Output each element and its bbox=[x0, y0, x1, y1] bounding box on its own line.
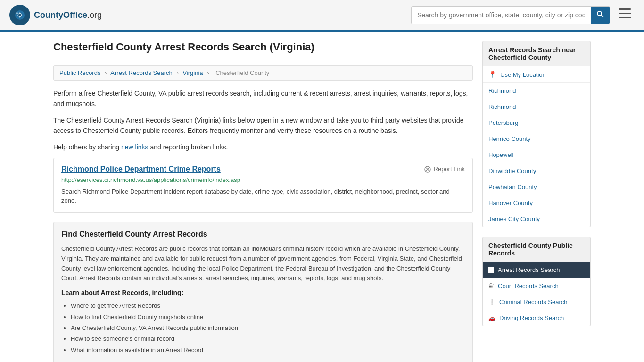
search-input[interactable] bbox=[412, 7, 591, 24]
header: CountyOffice.org bbox=[0, 0, 644, 32]
svg-point-4 bbox=[597, 11, 602, 16]
main-container: Chesterfield County Arrest Records Searc… bbox=[44, 32, 600, 362]
car-icon: 🚗 bbox=[488, 315, 495, 321]
sidebar-item-hanover[interactable]: Hanover County bbox=[483, 195, 590, 211]
list-item: What information is available in an Arre… bbox=[71, 345, 465, 355]
sidebar-public-records-list: Arrest Records Search 🏛 Court Records Se… bbox=[482, 262, 591, 326]
sidebar-item-henrico[interactable]: Henrico County bbox=[483, 131, 590, 147]
link-card-url[interactable]: http://eservices.ci.richmond.va.us/appli… bbox=[61, 176, 465, 183]
search-button[interactable] bbox=[591, 7, 610, 24]
sidebar: Arrest Records Search near Chesterfield … bbox=[482, 41, 591, 362]
breadcrumb-virginia[interactable]: Virginia bbox=[182, 69, 203, 76]
intro-paragraph-3: Help others by sharing new links and rep… bbox=[53, 142, 473, 152]
breadcrumb-arrest-records[interactable]: Arrest Records Search bbox=[110, 69, 173, 76]
learn-heading: Learn about Arrest Records, including: bbox=[61, 289, 465, 296]
link-card-title[interactable]: Richmond Police Department Crime Reports bbox=[61, 165, 221, 173]
link-card: Richmond Police Department Crime Reports… bbox=[53, 158, 473, 213]
sidebar-item-richmond-1[interactable]: Richmond bbox=[483, 83, 590, 99]
pin-icon: 📍 bbox=[488, 71, 496, 78]
search-bar bbox=[411, 6, 610, 24]
svg-point-3 bbox=[16, 12, 18, 14]
link-card-header: Richmond Police Department Crime Reports… bbox=[61, 165, 465, 173]
logo-icon bbox=[9, 5, 30, 25]
sidebar-item-arrest-records[interactable]: Arrest Records Search bbox=[483, 262, 590, 278]
warning-icon: ❕ bbox=[488, 299, 495, 305]
logo-area: CountyOffice.org bbox=[9, 5, 102, 25]
sidebar-item-court-records[interactable]: 🏛 Court Records Search bbox=[483, 278, 590, 294]
sidebar-nearby-list: 📍 Use My Location Richmond Richmond Pete… bbox=[482, 66, 591, 227]
page-title: Chesterfield County Arrest Records Searc… bbox=[53, 41, 473, 58]
svg-rect-6 bbox=[619, 8, 631, 10]
svg-line-5 bbox=[601, 15, 603, 17]
list-item: Are Chesterfield County, VA Arrest Recor… bbox=[71, 322, 465, 333]
sidebar-item-dinwiddie[interactable]: Dinwiddie County bbox=[483, 163, 590, 179]
content-area: Chesterfield County Arrest Records Searc… bbox=[53, 41, 473, 362]
learn-list: Where to get free Arrest Records How to … bbox=[71, 300, 465, 355]
sidebar-public-records-title: Chesterfield County Public Records bbox=[482, 237, 591, 262]
sidebar-item-hopewell[interactable]: Hopewell bbox=[483, 147, 590, 163]
report-link-button[interactable]: Report Link bbox=[424, 165, 465, 173]
svg-rect-8 bbox=[619, 17, 631, 18]
logo-text: CountyOffice.org bbox=[34, 10, 102, 20]
intro-paragraph-2: The Chesterfield County Arrest Records S… bbox=[53, 115, 473, 136]
breadcrumb-current: Chesterfield County bbox=[215, 69, 269, 76]
sidebar-item-petersburg[interactable]: Petersburg bbox=[483, 115, 590, 131]
menu-icon[interactable] bbox=[615, 7, 635, 24]
list-item: How to see someone's criminal record bbox=[71, 333, 465, 344]
list-item: How to find Chesterfield County mugshots… bbox=[71, 312, 465, 322]
square-icon bbox=[488, 267, 494, 273]
svg-rect-7 bbox=[619, 13, 631, 14]
building-icon: 🏛 bbox=[488, 283, 494, 289]
sidebar-item-criminal-records[interactable]: ❕ Criminal Records Search bbox=[483, 294, 590, 310]
find-section: Find Chesterfield County Arrest Records … bbox=[53, 222, 473, 362]
sidebar-item-use-my-location[interactable]: 📍 Use My Location bbox=[483, 66, 590, 83]
find-section-heading: Find Chesterfield County Arrest Records bbox=[61, 230, 465, 239]
sidebar-public-records-section: Chesterfield County Public Records Arres… bbox=[482, 237, 591, 326]
breadcrumb: Public Records › Arrest Records Search ›… bbox=[53, 65, 473, 81]
sidebar-item-powhatan[interactable]: Powhatan County bbox=[483, 179, 590, 195]
sidebar-item-richmond-2[interactable]: Richmond bbox=[483, 99, 590, 115]
header-right bbox=[411, 6, 635, 24]
intro-paragraph-1: Perform a free Chesterfield County, VA p… bbox=[53, 88, 473, 109]
breadcrumb-public-records[interactable]: Public Records bbox=[59, 69, 100, 76]
sidebar-nearby-title: Arrest Records Search near Chesterfield … bbox=[482, 41, 591, 66]
svg-point-2 bbox=[18, 14, 21, 16]
sidebar-item-james-city[interactable]: James City County bbox=[483, 211, 590, 227]
find-section-paragraph: Chesterfield County Arrest Records are p… bbox=[61, 244, 465, 283]
new-links-link[interactable]: new links bbox=[121, 143, 149, 151]
sidebar-item-driving-records[interactable]: 🚗 Driving Records Search bbox=[483, 310, 590, 326]
link-card-description: Search Richmond Police Department incide… bbox=[61, 187, 465, 206]
list-item: Where to get free Arrest Records bbox=[71, 300, 465, 311]
sidebar-nearby-section: Arrest Records Search near Chesterfield … bbox=[482, 41, 591, 227]
